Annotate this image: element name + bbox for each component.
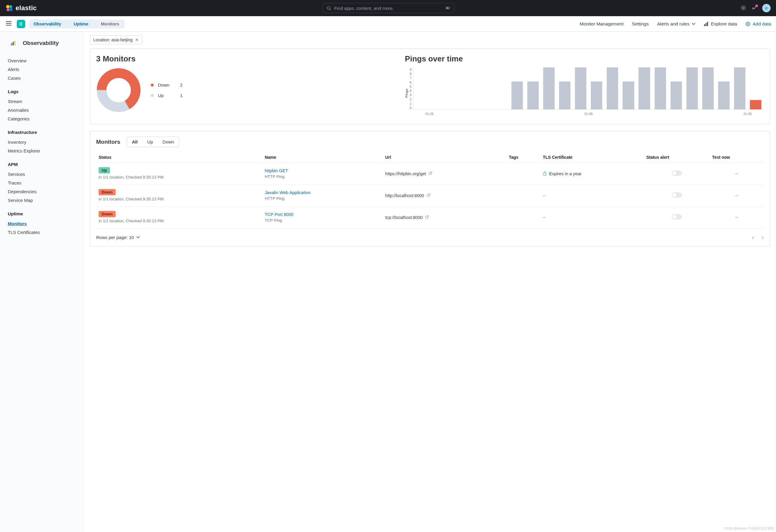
filter-chip-location[interactable]: Location: asia-beijing ✕: [90, 35, 142, 44]
monitor-url[interactable]: tcp://localhost:8000: [385, 215, 504, 220]
col-tls-certificate[interactable]: TLS Certificate: [541, 152, 644, 163]
tab-down[interactable]: Down: [158, 137, 179, 147]
tags-cell: [506, 206, 540, 228]
monitor-name-link[interactable]: httpbin GET: [265, 168, 381, 173]
monitor-name-link[interactable]: TCP Port 8000: [265, 212, 381, 217]
breadcrumb-monitors: Monitors: [94, 19, 125, 28]
pings-xaxis: 21:2521:3021:35: [413, 112, 764, 115]
sidebar-group-title: APM: [8, 162, 79, 167]
breadcrumb-observability[interactable]: Observability: [29, 19, 66, 28]
sidebar-item-alerts[interactable]: Alerts: [8, 65, 79, 74]
table-row: Downin 1/1 location, Checked 9:35:13 PMJ…: [96, 185, 764, 206]
space-selector[interactable]: D: [17, 20, 25, 28]
global-search-input[interactable]: [334, 6, 442, 11]
monitors-panel-title: Monitors: [96, 139, 120, 145]
test-now-cell: --: [735, 193, 738, 198]
global-search[interactable]: ⌘/: [323, 3, 454, 13]
sidebar-item-dependencies[interactable]: Dependencies: [8, 187, 79, 196]
elastic-logo-icon: [5, 4, 13, 12]
col-test-now[interactable]: Test now: [710, 152, 764, 163]
svg-point-3: [9, 8, 13, 11]
sidebar-group-title: Logs: [8, 89, 79, 94]
svg-rect-15: [707, 22, 708, 26]
subheader-right: Monitor Management Settings Alerts and r…: [580, 21, 771, 27]
sidebar-item-service-map[interactable]: Service Map: [8, 196, 79, 205]
col-name[interactable]: Name: [262, 152, 383, 163]
newsfeed-icon[interactable]: [751, 5, 757, 11]
nav-settings[interactable]: Settings: [632, 21, 649, 27]
sidebar-item-cases[interactable]: Cases: [8, 74, 79, 82]
sidebar-title: Observability: [23, 40, 59, 46]
table-row: Downin 1/1 location, Checked 9:35:13 PMT…: [96, 206, 764, 228]
breadcrumbs: Observability Uptime Monitors: [29, 19, 125, 28]
monitors-filter-tabs: All Up Down: [127, 137, 179, 147]
sidebar-item-anomalies[interactable]: Anomalies: [8, 106, 79, 114]
filter-chip-remove-icon[interactable]: ✕: [135, 37, 139, 42]
status-badge: Down: [99, 189, 116, 195]
status-alert-toggle[interactable]: [672, 214, 682, 220]
svg-line-5: [330, 9, 331, 10]
tab-up[interactable]: Up: [142, 137, 158, 147]
col-status[interactable]: Status: [96, 152, 262, 163]
legend-down-dot: [151, 83, 154, 86]
sidebar-item-traces[interactable]: Traces: [8, 179, 79, 187]
nav-explore-data[interactable]: Explore data: [704, 21, 737, 27]
monitors-count-section: 3 Monitors Down 2: [96, 54, 390, 118]
sidebar-item-overview[interactable]: Overview: [8, 56, 79, 65]
pager-next-button[interactable]: ›: [762, 234, 764, 241]
sidebar-item-tls-certificates[interactable]: TLS Certificates: [8, 228, 79, 237]
monitor-type-label: TCP Ping: [265, 218, 381, 223]
global-search-wrap: ⌘/: [42, 3, 735, 13]
nav-monitor-management[interactable]: Monitor Management: [580, 21, 623, 27]
nav-add-data[interactable]: Add data: [745, 21, 771, 27]
legend-up-dot: [151, 94, 154, 97]
sidebar-item-services[interactable]: Services: [8, 170, 79, 179]
plus-in-circle-icon: [745, 22, 750, 26]
pings-bar: [589, 81, 605, 109]
monitor-name-link[interactable]: Javalin Web Application: [265, 190, 381, 195]
sidebar-item-stream[interactable]: Stream: [8, 97, 79, 106]
nav-alerts-label: Alerts and rules: [657, 21, 690, 27]
pager-prev-button[interactable]: ‹: [752, 234, 754, 241]
monitors-header-row: StatusNameUrlTagsTLS CertificateStatus a…: [96, 152, 764, 163]
svg-point-6: [741, 5, 745, 10]
svg-rect-21: [14, 41, 15, 45]
monitor-url[interactable]: http://localhost:8000: [385, 193, 504, 198]
status-alert-toggle[interactable]: [672, 171, 682, 176]
sidebar-item-metrics-explorer[interactable]: Metrics Explorer: [8, 147, 79, 155]
monitor-url[interactable]: https://httpbin.org/get: [385, 171, 504, 176]
help-icon[interactable]: [741, 5, 746, 11]
col-tags[interactable]: Tags: [506, 152, 540, 163]
breadcrumb-uptime[interactable]: Uptime: [66, 19, 94, 28]
legend-up-value: 1: [180, 93, 182, 98]
status-alert-toggle[interactable]: [672, 192, 682, 198]
sidebar-item-inventory[interactable]: Inventory: [8, 138, 79, 147]
tls-empty: --: [543, 215, 546, 220]
user-avatar[interactable]: e: [762, 4, 771, 12]
rows-per-page-button[interactable]: Rows per page: 10: [96, 235, 140, 240]
sidebar-group-title: Uptime: [8, 211, 79, 216]
nav-explore-label: Explore data: [711, 21, 737, 27]
pings-bar: [716, 81, 732, 109]
brand-logo[interactable]: elastic: [5, 4, 37, 12]
nav-add-data-label: Add data: [753, 21, 771, 27]
test-now-cell: --: [735, 215, 738, 220]
pings-bar: [700, 67, 716, 109]
pings-bars-area: [413, 68, 764, 109]
nav-toggle-button[interactable]: [5, 20, 13, 28]
sidebar-scroll[interactable]: Observability OverviewAlertsCasesLogsStr…: [0, 32, 84, 532]
col-url[interactable]: Url: [383, 152, 507, 163]
pager-arrows: ‹ ›: [752, 234, 764, 241]
tab-all[interactable]: All: [127, 137, 142, 147]
pings-bar: [684, 67, 700, 109]
sidebar-item-monitors[interactable]: Monitors: [8, 219, 79, 228]
svg-rect-14: [706, 23, 707, 26]
legend-up: Up 1: [151, 93, 182, 98]
filter-chip-label: Location: asia-beijing: [93, 37, 133, 42]
donut-chart: [96, 68, 141, 112]
sidebar-item-categories[interactable]: Categories: [8, 114, 79, 123]
tls-cell: Expires in a year: [543, 171, 641, 177]
tags-cell: [506, 163, 540, 185]
nav-alerts-rules[interactable]: Alerts and rules: [657, 21, 696, 27]
col-status-alert[interactable]: Status alert: [644, 152, 710, 163]
